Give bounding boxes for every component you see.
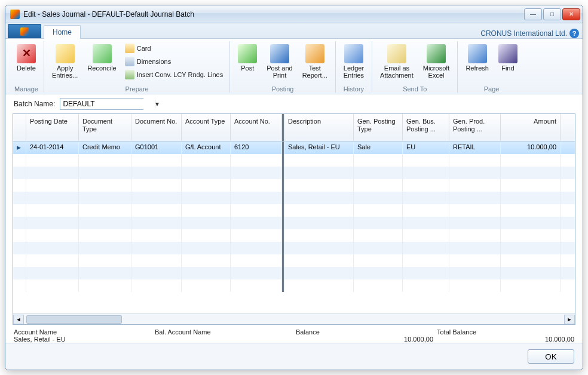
app-window: Edit - Sales Journal - DEFAULT-Default J…: [5, 5, 583, 370]
grid-header: Posting Date Document Type Document No. …: [13, 114, 575, 142]
group-posting: Post Post and Print Test Report... Posti…: [230, 41, 336, 93]
horizontal-scrollbar[interactable]: ◄ ►: [13, 313, 575, 324]
account-name-label: Account Name: [14, 328, 151, 336]
file-tab[interactable]: [8, 24, 41, 38]
table-row-empty[interactable]: [13, 242, 575, 254]
company-label: CRONUS International Ltd. ?: [480, 29, 583, 38]
table-row-empty[interactable]: [13, 267, 575, 279]
batch-name-row: Batch Name: ▾: [5, 94, 583, 113]
email-icon: [387, 44, 406, 63]
batch-name-label: Batch Name:: [14, 100, 55, 108]
app-icon: [10, 10, 20, 19]
scroll-track[interactable]: [24, 315, 564, 324]
dimensions-button[interactable]: Dimensions: [122, 56, 226, 67]
group-history-label: History: [344, 84, 364, 93]
email-attachment-button[interactable]: Email as Attachment: [376, 41, 418, 82]
col-amount[interactable]: Amount: [501, 114, 561, 141]
post-and-print-icon: [270, 44, 289, 63]
row-selector[interactable]: [13, 142, 26, 154]
group-page-label: Page: [484, 84, 500, 93]
excel-icon: [427, 44, 446, 63]
cell-document-no[interactable]: G01001: [131, 142, 182, 154]
company-name: CRONUS International Ltd.: [480, 29, 567, 38]
test-report-icon: [305, 44, 324, 63]
group-page: Refresh Find Page: [458, 41, 525, 93]
col-document-no[interactable]: Document No.: [131, 114, 182, 141]
apply-entries-button[interactable]: Apply Entries...: [48, 41, 82, 82]
balance-label: Balance: [296, 328, 433, 336]
insert-conv-button[interactable]: Insert Conv. LCY Rndg. Lines: [122, 69, 226, 81]
reconcile-button[interactable]: Reconcile: [83, 41, 120, 75]
group-sendto-label: Send To: [403, 84, 427, 93]
ok-button[interactable]: OK: [528, 349, 574, 364]
table-row[interactable]: 24-01-2014 Credit Memo G01001 G/L Accoun…: [13, 142, 575, 154]
group-prepare-label: Prepare: [125, 84, 149, 93]
table-row-empty[interactable]: [13, 167, 575, 179]
cell-gen-posting-type[interactable]: Sale: [354, 142, 403, 154]
cell-account-no[interactable]: 6120: [231, 142, 282, 154]
post-icon: [238, 44, 257, 63]
account-name-value: Sales, Retail - EU: [14, 336, 151, 343]
table-row-empty[interactable]: [13, 279, 575, 292]
post-and-print-button[interactable]: Post and Print: [262, 41, 296, 82]
test-report-button[interactable]: Test Report...: [298, 41, 332, 82]
cell-posting-date[interactable]: 24-01-2014: [26, 142, 79, 154]
table-row-empty[interactable]: [13, 229, 575, 242]
close-button[interactable]: ✕: [562, 8, 580, 20]
maximize-button[interactable]: □: [543, 8, 561, 20]
minimize-button[interactable]: —: [524, 8, 542, 20]
find-button[interactable]: Find: [494, 41, 522, 75]
cell-account-type[interactable]: G/L Account: [182, 142, 231, 154]
row-selector-header: [13, 114, 26, 141]
chevron-down-icon[interactable]: ▾: [155, 100, 159, 108]
microsoft-excel-button[interactable]: Microsoft Excel: [419, 41, 454, 82]
grid-body[interactable]: 24-01-2014 Credit Memo G01001 G/L Accoun…: [13, 142, 575, 313]
group-posting-label: Posting: [272, 84, 294, 93]
col-gen-posting-type[interactable]: Gen. Posting Type: [354, 114, 403, 141]
table-row-empty[interactable]: [13, 192, 575, 204]
col-gen-bus-posting[interactable]: Gen. Bus. Posting ...: [403, 114, 449, 141]
batch-name-input[interactable]: [60, 99, 155, 109]
table-row-empty[interactable]: [13, 179, 575, 192]
card-button[interactable]: Card: [122, 42, 226, 54]
scroll-right-button[interactable]: ►: [564, 315, 575, 324]
summary-panel: Account Name Sales, Retail - EU Bal. Acc…: [5, 325, 583, 343]
cell-description[interactable]: Sales, Retail - EU: [284, 142, 354, 154]
find-icon: [498, 44, 517, 63]
group-manage: Delete Manage: [9, 41, 44, 93]
reconcile-icon: [93, 44, 112, 63]
table-row-empty[interactable]: [13, 204, 575, 217]
table-row-empty[interactable]: [13, 217, 575, 229]
tab-home[interactable]: Home: [44, 25, 81, 39]
group-manage-label: Manage: [14, 84, 38, 93]
refresh-button[interactable]: Refresh: [461, 41, 493, 75]
batch-name-combo[interactable]: ▾: [60, 98, 143, 110]
balance-value: 10.000,00: [296, 336, 433, 343]
ribbon: Home CRONUS International Ltd. ? Delete …: [5, 23, 583, 94]
total-balance-value: 10.000,00: [437, 336, 574, 343]
post-button[interactable]: Post: [234, 41, 261, 75]
table-row-empty[interactable]: [13, 254, 575, 267]
help-icon[interactable]: ?: [569, 29, 579, 38]
cell-gen-prod-posting[interactable]: RETAIL: [449, 142, 501, 154]
cell-document-type[interactable]: Credit Memo: [79, 142, 131, 154]
col-gen-prod-posting[interactable]: Gen. Prod. Posting ...: [449, 114, 501, 141]
insert-conv-icon: [125, 70, 134, 79]
col-document-type[interactable]: Document Type: [79, 114, 131, 141]
col-account-no[interactable]: Account No.: [231, 114, 282, 141]
ledger-entries-button[interactable]: Ledger Entries: [339, 41, 368, 82]
cell-amount[interactable]: 10.000,00: [501, 142, 561, 154]
cell-gen-bus-posting[interactable]: EU: [403, 142, 449, 154]
col-account-type[interactable]: Account Type: [182, 114, 231, 141]
col-posting-date[interactable]: Posting Date: [26, 114, 79, 141]
table-row-empty[interactable]: [13, 154, 575, 167]
apply-entries-icon: [56, 44, 75, 63]
title-bar: Edit - Sales Journal - DEFAULT-Default J…: [5, 5, 583, 23]
ledger-entries-icon: [344, 44, 363, 63]
delete-button[interactable]: Delete: [13, 41, 40, 75]
col-description[interactable]: Description: [284, 114, 354, 141]
ribbon-tab-row: Home CRONUS International Ltd. ?: [5, 23, 583, 39]
scroll-left-button[interactable]: ◄: [13, 315, 24, 324]
group-sendto: Email as Attachment Microsoft Excel Send…: [372, 41, 458, 93]
scroll-thumb[interactable]: [26, 315, 122, 324]
